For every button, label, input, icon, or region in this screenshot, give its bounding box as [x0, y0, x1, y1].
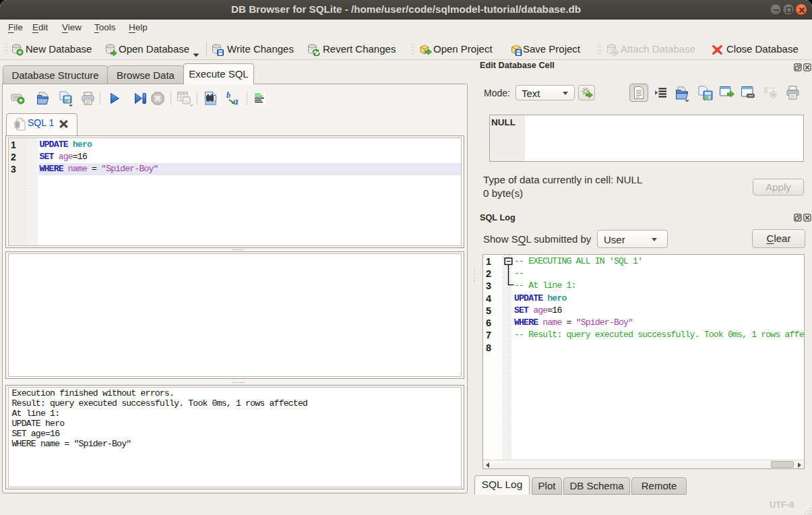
svg-text:b: b: [226, 91, 230, 100]
svg-text:a: a: [233, 96, 239, 106]
